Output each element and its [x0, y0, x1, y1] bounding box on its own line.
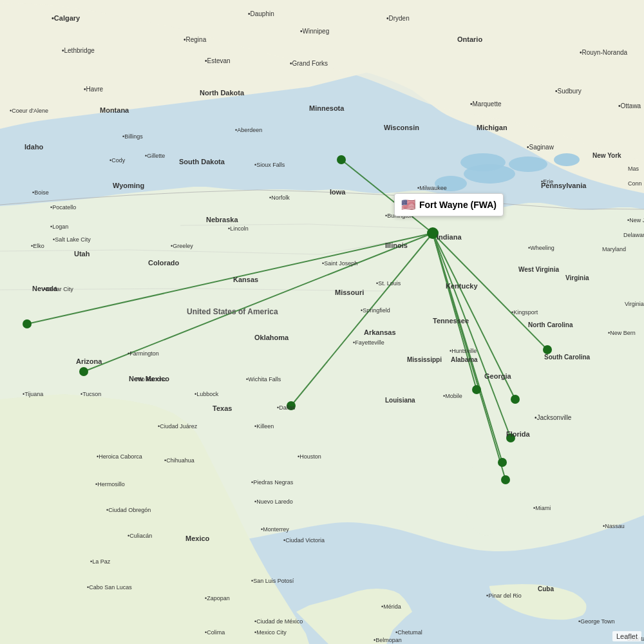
svg-text:•Culiacán: •Culiacán: [128, 533, 152, 539]
svg-text:•St. Louis: •St. Louis: [376, 280, 401, 287]
svg-text:•Salt Lake City: •Salt Lake City: [53, 236, 91, 243]
svg-text:•Houston: •Houston: [298, 453, 321, 460]
svg-text:•Mobile: •Mobile: [443, 393, 462, 399]
svg-text:•Logan: •Logan: [50, 223, 68, 230]
svg-text:•Ciudad Obregón: •Ciudad Obregón: [106, 507, 151, 513]
svg-text:•Jacksonville: •Jacksonville: [535, 414, 572, 421]
svg-text:Conn: Conn: [628, 180, 642, 187]
svg-text:•Piedras Negras: •Piedras Negras: [251, 479, 294, 486]
svg-text:•Nassau: •Nassau: [603, 523, 625, 529]
svg-text:Idaho: Idaho: [24, 143, 44, 151]
svg-text:Mississippi: Mississippi: [407, 356, 442, 363]
svg-text:Georgia: Georgia: [484, 372, 511, 380]
svg-text:•Winnipeg: •Winnipeg: [300, 28, 329, 35]
svg-text:•Cedar City: •Cedar City: [44, 286, 73, 292]
svg-text:•Wichita Falls: •Wichita Falls: [246, 376, 281, 383]
svg-text:•Grand Forks: •Grand Forks: [290, 60, 328, 67]
svg-text:Maryland: Maryland: [602, 246, 626, 252]
svg-text:United States of America: United States of America: [187, 307, 278, 316]
svg-text:•Norfolk: •Norfolk: [269, 194, 290, 201]
svg-point-24: [23, 319, 32, 328]
svg-text:•Cody: •Cody: [109, 157, 126, 164]
svg-text:•Hermosillo: •Hermosillo: [95, 481, 125, 488]
svg-text:•Lincoln: •Lincoln: [228, 225, 249, 232]
svg-text:•Fayetteville: •Fayetteville: [353, 339, 384, 346]
svg-text:•Pocatello: •Pocatello: [50, 204, 76, 211]
svg-text:Delaware: Delaware: [623, 232, 644, 238]
svg-text:•Lethbridge: •Lethbridge: [62, 47, 95, 54]
svg-text:•Heroica Caborca: •Heroica Caborca: [97, 453, 142, 460]
svg-text:Mas: Mas: [628, 166, 639, 172]
svg-text:•Gillette: •Gillette: [145, 153, 165, 159]
svg-text:•Tucson: •Tucson: [80, 391, 101, 397]
svg-text:Montana: Montana: [100, 106, 129, 114]
svg-text:•New Bern: •New Bern: [608, 330, 636, 336]
svg-text:Mexico: Mexico: [185, 535, 210, 542]
svg-point-25: [79, 367, 88, 376]
flag-icon: 🇺🇸: [401, 198, 415, 212]
svg-text:Wisconsin: Wisconsin: [384, 124, 419, 131]
svg-text:•Elko: •Elko: [31, 243, 44, 249]
svg-point-4: [554, 153, 580, 166]
svg-text:•Sudbury: •Sudbury: [555, 88, 582, 95]
svg-text:North Carolina: North Carolina: [528, 321, 573, 328]
svg-text:•Springfield: •Springfield: [361, 307, 390, 314]
svg-text:•Coeur d'Alene: •Coeur d'Alene: [10, 108, 48, 114]
svg-text:•La Paz: •La Paz: [90, 558, 111, 565]
svg-text:•George Town: •George Town: [578, 618, 615, 625]
svg-text:•Sioux Falls: •Sioux Falls: [254, 162, 285, 168]
svg-text:•Dallas: •Dallas: [277, 404, 296, 411]
svg-text:Cuba: Cuba: [538, 585, 554, 592]
leaflet-attribution: Leaflet: [612, 631, 641, 641]
svg-text:•Monterrey: •Monterrey: [261, 526, 289, 533]
svg-point-32: [472, 385, 481, 394]
map-svg: •Calgary •Dauphin •Winnipeg •Dryden Onta…: [0, 0, 644, 644]
svg-text:Virginia Be: Virginia Be: [625, 301, 644, 307]
svg-text:•Dauphin: •Dauphin: [248, 10, 274, 17]
svg-text:•Farmington: •Farmington: [128, 350, 159, 357]
svg-text:South Dakota: South Dakota: [179, 158, 225, 166]
svg-text:•Chihuahua: •Chihuahua: [164, 457, 194, 464]
svg-text:•Zapopan: •Zapopan: [205, 595, 230, 601]
svg-text:•Huntsville: •Huntsville: [450, 348, 477, 354]
svg-text:•San Luis Potosí: •San Luis Potosí: [251, 578, 294, 584]
svg-text:•Dryden: •Dryden: [386, 15, 410, 22]
svg-point-3: [509, 156, 547, 172]
svg-text:•Saint Joseph: •Saint Joseph: [322, 260, 357, 267]
svg-text:Michigan: Michigan: [477, 124, 507, 131]
svg-text:•Billings: •Billings: [122, 133, 143, 140]
svg-text:•Belmopan: •Belmopan: [374, 637, 402, 643]
map-container: •Calgary •Dauphin •Winnipeg •Dryden Onta…: [0, 0, 644, 644]
svg-text:Utah: Utah: [74, 250, 90, 258]
svg-text:•Ciudad Victoria: •Ciudad Victoria: [283, 537, 325, 544]
svg-text:Kansas: Kansas: [233, 276, 258, 283]
svg-text:Virginia: Virginia: [565, 274, 589, 281]
svg-text:•Aberdeen: •Aberdeen: [235, 127, 262, 133]
svg-text:Indiana: Indiana: [437, 233, 462, 241]
svg-text:•Havre: •Havre: [84, 86, 104, 93]
svg-text:•Milwaukee: •Milwaukee: [417, 185, 447, 191]
svg-text:•Pinar del Rio: •Pinar del Rio: [486, 592, 522, 599]
svg-text:Minnesota: Minnesota: [309, 104, 345, 112]
svg-text:West Virginia: West Virginia: [518, 266, 559, 273]
svg-text:Ontario: Ontario: [457, 35, 482, 43]
svg-text:•Greeley: •Greeley: [171, 243, 193, 249]
svg-text:•Calgary: •Calgary: [52, 14, 80, 22]
tooltip-text: Fort Wayne (FWA): [419, 200, 497, 210]
svg-point-29: [498, 458, 507, 467]
svg-text:•Miami: •Miami: [533, 505, 551, 511]
svg-text:Tennessee: Tennessee: [433, 317, 469, 325]
svg-text:North Dakota: North Dakota: [200, 89, 245, 97]
svg-text:Illinois: Illinois: [385, 242, 408, 249]
svg-text:•Saginaw: •Saginaw: [527, 144, 554, 151]
svg-text:•Cabo San Lucas: •Cabo San Lucas: [87, 584, 132, 591]
svg-text:•Regina: •Regina: [184, 36, 207, 43]
svg-text:•Nuevo Laredo: •Nuevo Laredo: [254, 498, 293, 505]
svg-text:Nebraska: Nebraska: [206, 216, 238, 223]
fort-wayne-tooltip: 🇺🇸 Fort Wayne (FWA): [394, 193, 504, 216]
svg-text:Arizona: Arizona: [76, 357, 102, 365]
svg-text:•Tijuana: •Tijuana: [23, 391, 43, 397]
svg-text:•Marquette: •Marquette: [470, 100, 502, 108]
svg-text:•Mérida: •Mérida: [381, 603, 401, 610]
svg-point-5: [460, 153, 506, 171]
